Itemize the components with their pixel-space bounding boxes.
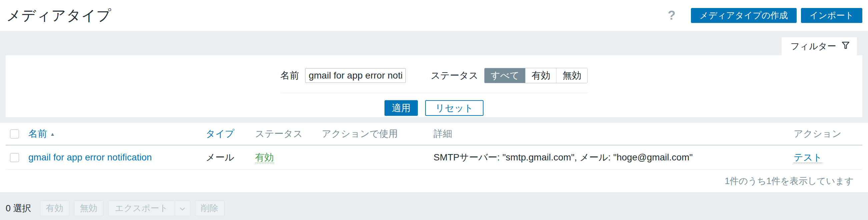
table-footer: 1件のうち1件を表示しています xyxy=(6,170,862,192)
media-type-type: メール xyxy=(206,151,255,164)
help-icon[interactable]: ? xyxy=(668,8,675,23)
filter-status-segmented-control: すべて 有効 無効 xyxy=(484,68,588,83)
test-link[interactable]: テスト xyxy=(794,152,822,163)
filter-funnel-icon xyxy=(841,41,850,52)
filter-panel: 名前 ステータス すべて 有効 無効 適用 リセット xyxy=(6,55,862,117)
media-types-page: メディアタイプ ? メディアタイプの作成 インポート フィルター 名前 xyxy=(0,0,868,220)
reset-button[interactable]: リセット xyxy=(425,100,484,116)
filter-tab-label: フィルター xyxy=(790,40,836,52)
selected-count: 0 選択 xyxy=(6,203,31,214)
column-header-status: ステータス xyxy=(255,127,322,140)
column-header-name[interactable]: 名前▲ xyxy=(28,127,206,140)
media-types-table: 名前▲ タイプ ステータス アクションで使用 詳細 アクション gmail fo… xyxy=(6,123,862,192)
export-dropdown-button[interactable] xyxy=(175,200,190,216)
bulk-action-bar: 0 選択 有効 無効 エクスポート 削除 xyxy=(0,192,868,220)
import-button[interactable]: インポート xyxy=(801,8,862,23)
export-button[interactable]: エクスポート xyxy=(108,200,175,216)
filter-name-input[interactable] xyxy=(305,68,406,83)
page-title: メディアタイプ xyxy=(6,6,112,25)
filter-section: フィルター 名前 ステータス すべて 有効 無効 xyxy=(0,31,868,123)
media-type-name-link[interactable]: gmail for app error notification xyxy=(28,152,152,162)
media-type-status-link[interactable]: 有効 xyxy=(255,152,274,163)
filter-name-label: 名前 xyxy=(280,69,299,82)
sort-ascending-icon: ▲ xyxy=(50,131,55,137)
column-header-type[interactable]: タイプ xyxy=(206,127,255,140)
status-option-enabled[interactable]: 有効 xyxy=(526,68,557,83)
column-header-details: 詳細 xyxy=(434,127,794,140)
filter-tab-row: フィルター xyxy=(6,37,862,55)
bulk-enable-button[interactable]: 有効 xyxy=(40,200,69,216)
table-row: gmail for app error notification メール 有効 … xyxy=(6,145,862,170)
bulk-disable-button[interactable]: 無効 xyxy=(74,200,103,216)
status-option-disabled[interactable]: 無効 xyxy=(557,68,587,83)
filter-divider xyxy=(280,93,588,93)
select-all-checkbox[interactable] xyxy=(10,130,19,139)
export-split-button: エクスポート xyxy=(108,200,190,216)
bulk-delete-button[interactable]: 削除 xyxy=(195,200,224,216)
header-actions: ? メディアタイプの作成 インポート xyxy=(668,8,862,23)
filter-form: 名前 ステータス すべて 有効 無効 適用 リセット xyxy=(280,68,588,116)
row-checkbox[interactable] xyxy=(10,153,19,162)
status-option-all[interactable]: すべて xyxy=(485,68,526,83)
media-type-details: SMTPサーバー: "smtp.gmail.com", メール: "hoge@g… xyxy=(434,151,794,164)
table-header-row: 名前▲ タイプ ステータス アクションで使用 詳細 アクション xyxy=(6,123,862,145)
filter-status-label: ステータス xyxy=(431,69,478,82)
column-header-used-in-actions: アクションで使用 xyxy=(322,127,434,140)
apply-button[interactable]: 適用 xyxy=(384,100,418,116)
create-media-type-button[interactable]: メディアタイプの作成 xyxy=(691,8,797,23)
filter-tab[interactable]: フィルター xyxy=(782,37,857,55)
column-header-action: アクション xyxy=(794,127,862,140)
chevron-down-icon xyxy=(179,203,185,213)
page-header: メディアタイプ ? メディアタイプの作成 インポート xyxy=(0,0,868,31)
